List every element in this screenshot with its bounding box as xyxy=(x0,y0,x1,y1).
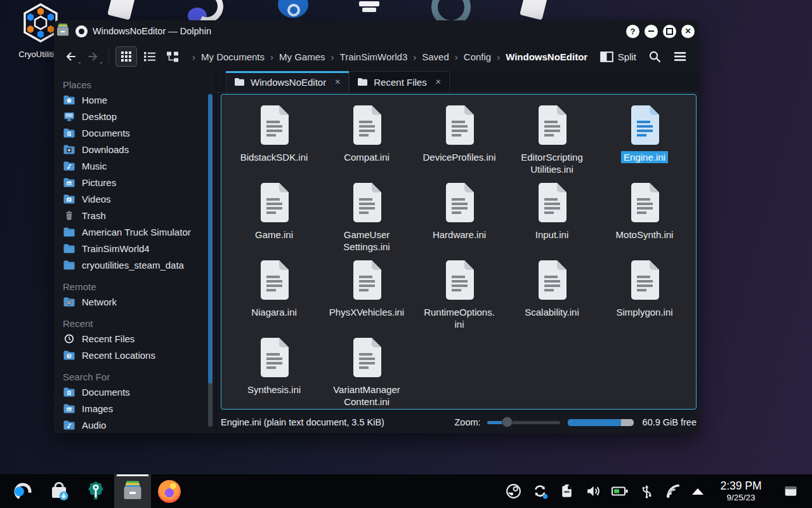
window-menu-icon[interactable] xyxy=(75,25,88,37)
tab-close-icon[interactable]: ✕ xyxy=(435,77,442,86)
sidebar-item-label: Pictures xyxy=(82,177,116,188)
sidebar-item-home[interactable]: Home xyxy=(54,91,216,108)
sidebar-item-images[interactable]: Images xyxy=(54,400,216,417)
sidebar-item-label: Network xyxy=(82,297,117,307)
forward-button[interactable]: ⌄ xyxy=(83,46,102,67)
breadcrumb-separator: › xyxy=(492,51,504,62)
file-VariantManagerContent.ini[interactable]: VariantManagerContent.ini xyxy=(320,337,413,410)
file-Input.ini[interactable]: Input.ini xyxy=(506,182,598,260)
sidebar-item-trainsimworld4[interactable]: TrainSimWorld4 xyxy=(54,240,216,257)
file-EditorScriptingUtilities.ini[interactable]: EditorScriptingUtilities.ini xyxy=(506,105,598,182)
discover-button[interactable] xyxy=(41,474,77,508)
compact-view-button[interactable] xyxy=(140,47,160,66)
folder-view[interactable]: BidstackSDK.ini Compat.ini DeviceProfile… xyxy=(221,94,697,410)
file-name: Scalability.ini xyxy=(525,306,579,318)
volume-tray-button[interactable] xyxy=(580,474,606,508)
clipboard-tray-button[interactable] xyxy=(553,474,580,508)
file-Synthesis.ini[interactable]: Synthesis.ini xyxy=(228,337,320,410)
chevron-down-icon[interactable]: ⌄ xyxy=(98,58,103,65)
file-Engine.ini[interactable]: Engine.ini xyxy=(598,105,691,182)
sidebar-item-label: cryoutilities_steam_data xyxy=(82,260,184,271)
file-PhysXVehicles.ini[interactable]: PhysXVehicles.ini xyxy=(320,260,413,337)
system-settings-button[interactable] xyxy=(77,474,114,508)
network-tray-button[interactable] xyxy=(660,474,686,508)
file-name: EditorScriptingUtilities.ini xyxy=(521,151,583,175)
sidebar-scrollbar-thumb[interactable] xyxy=(208,94,213,384)
tab-close-icon[interactable]: ✕ xyxy=(334,77,341,86)
file-Niagara.ini[interactable]: Niagara.ini xyxy=(228,260,320,337)
sidebar-item-music[interactable]: Music xyxy=(54,157,216,174)
file-RuntimeOptions.ini[interactable]: RuntimeOptions.ini xyxy=(413,260,506,337)
sidebar-item-desktop[interactable]: Desktop xyxy=(54,108,216,124)
breadcrumb-config[interactable]: Config xyxy=(462,51,492,62)
minimize-button[interactable] xyxy=(645,25,658,38)
help-button[interactable]: ? xyxy=(626,25,639,38)
clipboard-icon xyxy=(558,483,575,500)
file-GameUserSettings.ini[interactable]: GameUserSettings.ini xyxy=(320,182,413,260)
titlebar[interactable]: WindowsNoEditor — Dolphin ?✕ xyxy=(54,20,698,42)
steam-tray-button[interactable] xyxy=(500,474,527,508)
menu-button[interactable] xyxy=(669,46,691,67)
breadcrumb-trainsimworld3[interactable]: TrainSimWorld3 xyxy=(339,51,409,62)
application-launcher-button[interactable] xyxy=(4,474,41,508)
sidebar-item-videos[interactable]: Videos xyxy=(54,190,216,207)
sidebar-item-american-truck-simulator[interactable]: American Truck Simulator xyxy=(54,224,216,240)
battery-tray-button[interactable] xyxy=(606,474,633,508)
sidebar-item-documents[interactable]: Documents xyxy=(54,384,216,400)
usb-icon xyxy=(638,483,655,500)
usb-tray-button[interactable] xyxy=(633,474,660,508)
notifications-button[interactable] xyxy=(773,483,808,500)
file-Game.ini[interactable]: Game.ini xyxy=(228,182,320,260)
places-panel: Places HomeDesktop Documents Downloads M… xyxy=(54,71,216,433)
volume-icon xyxy=(585,483,602,500)
updates-tray-button[interactable] xyxy=(527,474,553,508)
breadcrumb-windowsnoeditor[interactable]: WindowsNoEditor xyxy=(504,51,589,62)
sidebar-item-recent-files[interactable]: Recent Files xyxy=(54,330,216,347)
file-Hardware.ini[interactable]: Hardware.ini xyxy=(413,182,506,260)
breadcrumb-my-documents[interactable]: My Documents xyxy=(200,51,266,62)
file-MotoSynth.ini[interactable]: MotoSynth.ini xyxy=(598,182,691,260)
close-button[interactable]: ✕ xyxy=(681,25,695,38)
file-BidstackSDK.ini[interactable]: BidstackSDK.ini xyxy=(228,105,320,182)
file-Compat.ini[interactable]: Compat.ini xyxy=(320,105,413,182)
tray-expander-button[interactable] xyxy=(686,488,709,495)
sidebar-item-label: Music xyxy=(82,161,107,171)
tab-windowsnoeditor[interactable]: WindowsNoEditor✕ xyxy=(226,71,349,92)
split-button[interactable]: Split xyxy=(596,51,640,62)
sidebar-item-label: Home xyxy=(82,95,107,105)
sidebar-item-cryoutilities-steam-data[interactable]: cryoutilities_steam_data xyxy=(54,257,216,273)
sidebar-item-downloads[interactable]: Downloads xyxy=(54,141,216,157)
tab-recent-files[interactable]: Recent Files✕ xyxy=(349,71,449,92)
file-Simplygon.ini[interactable]: Simplygon.ini xyxy=(598,260,691,337)
disk-capacity-fill xyxy=(568,419,621,426)
dolphin-task-button[interactable] xyxy=(114,474,151,508)
zoom-slider[interactable] xyxy=(487,417,560,428)
file-Scalability.ini[interactable]: Scalability.ini xyxy=(506,260,598,337)
tab-strip: WindowsNoEditor✕Recent Files✕ xyxy=(216,71,698,93)
breadcrumb-saved[interactable]: Saved xyxy=(421,51,450,62)
icons-view-button[interactable] xyxy=(115,46,137,67)
folder-icon xyxy=(234,77,245,86)
chevron-down-icon[interactable]: ⌄ xyxy=(77,58,82,65)
details-view-button[interactable] xyxy=(162,47,183,66)
sidebar-item-audio[interactable]: Audio xyxy=(54,417,216,433)
file-name: MotoSynth.ini xyxy=(616,229,674,241)
sidebar-item-trash[interactable]: Trash xyxy=(54,207,216,224)
maximize-button[interactable] xyxy=(663,25,676,38)
zoom-slider-knob[interactable] xyxy=(502,417,513,427)
back-button[interactable]: ⌄ xyxy=(62,46,81,67)
file-DeviceProfiles.ini[interactable]: DeviceProfiles.ini xyxy=(413,105,506,182)
clock-widget[interactable]: 2:39 PM 9/25/23 xyxy=(709,480,773,502)
file-name: RuntimeOptions.ini xyxy=(424,306,495,330)
file-name: Simplygon.ini xyxy=(616,306,672,318)
folder-icon xyxy=(63,227,75,237)
firefox-button[interactable] xyxy=(151,474,188,508)
dolphin-window: WindowsNoEditor — Dolphin ?✕ ⌄ ⌄ xyxy=(54,20,698,433)
sidebar-item-recent-locations[interactable]: Recent Locations xyxy=(54,347,216,363)
window-controls: ?✕ xyxy=(621,25,695,38)
search-button[interactable] xyxy=(644,46,665,67)
sidebar-item-network[interactable]: Network xyxy=(54,293,216,310)
sidebar-item-documents[interactable]: Documents xyxy=(54,124,216,141)
breadcrumb-my-games[interactable]: My Games xyxy=(278,51,327,62)
sidebar-item-pictures[interactable]: Pictures xyxy=(54,174,216,190)
